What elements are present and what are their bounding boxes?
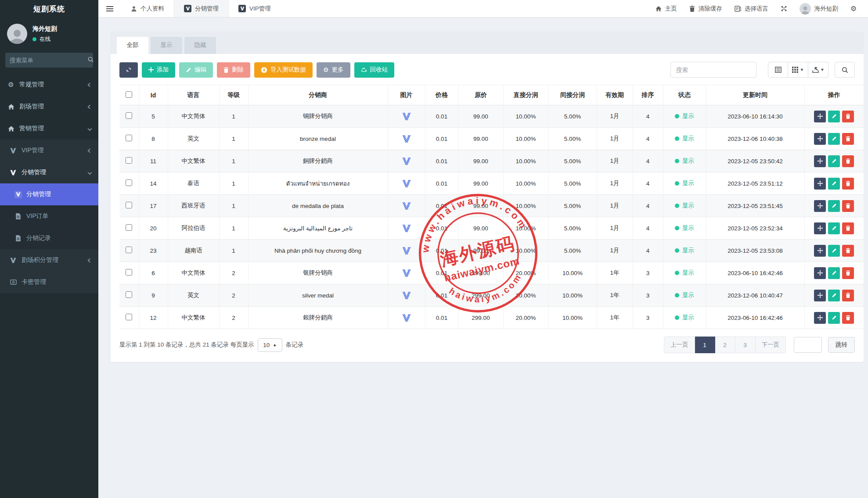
v-logo-image[interactable] [402, 112, 411, 121]
delete-row-button[interactable] [842, 111, 854, 122]
select-all-checkbox[interactable] [126, 91, 132, 98]
cell-direct-commission: 10.00% [503, 195, 548, 217]
sidebar-item-distribution-records[interactable]: 分销记录 [0, 227, 98, 249]
table-search-input[interactable] [670, 62, 756, 78]
edit-row-button[interactable] [828, 200, 840, 212]
row-checkbox[interactable] [126, 224, 132, 231]
v-logo-image[interactable] [402, 135, 411, 143]
delete-row-button[interactable] [842, 178, 854, 190]
navbar-user[interactable]: 海外短剧 [800, 3, 838, 14]
row-checkbox[interactable] [126, 135, 132, 141]
move-row-button[interactable] [814, 290, 826, 301]
v-logo-image[interactable] [402, 202, 411, 210]
page-button-2[interactable]: 2 [715, 337, 735, 353]
settings-button[interactable]: ⚙ [850, 4, 857, 13]
sidebar-item-card-keys[interactable]: 卡密管理 [0, 271, 98, 293]
edit-row-button[interactable] [828, 155, 840, 167]
sidebar-item-vip-manage[interactable]: VIP管理 [0, 140, 98, 161]
tab-vip[interactable]: VIP管理 [229, 0, 281, 17]
sidebar-item-distribution[interactable]: 分销管理 [0, 161, 98, 183]
move-row-button[interactable] [814, 222, 826, 234]
v-logo-image[interactable] [402, 224, 411, 233]
move-row-button[interactable] [814, 111, 826, 122]
import-test-data-button[interactable]: 导入测试数据 [254, 62, 313, 78]
edit-row-button[interactable] [828, 178, 840, 190]
delete-button[interactable]: 删除 [217, 62, 250, 78]
edit-button[interactable]: 编辑 [179, 62, 213, 78]
delete-row-button[interactable] [842, 267, 854, 279]
row-checkbox[interactable] [126, 291, 132, 298]
tab-distribution[interactable]: 分销管理 [174, 0, 229, 17]
sidebar-item-marketing[interactable]: 营销管理 [0, 118, 98, 140]
v-logo-image[interactable] [402, 291, 411, 300]
sidebar-item-vip-orders[interactable]: VIP订单 [0, 205, 98, 227]
sidebar-item-distribution-manage[interactable]: 分销管理 [0, 183, 98, 205]
add-button[interactable]: 添加 [142, 62, 175, 78]
edit-row-button[interactable] [828, 290, 840, 301]
delete-row-button[interactable] [842, 155, 854, 167]
move-row-button[interactable] [814, 133, 826, 145]
file-icon [13, 235, 23, 241]
v-logo-image[interactable] [402, 314, 411, 322]
page-size-select[interactable]: 10 ▲ [258, 338, 282, 352]
sidebar-search-input[interactable] [10, 57, 87, 64]
delete-row-button[interactable] [842, 312, 854, 324]
recycle-bin-button[interactable]: 回收站 [354, 62, 395, 78]
jump-button[interactable]: 跳转 [828, 337, 855, 353]
row-checkbox[interactable] [126, 157, 132, 164]
page-button-3[interactable]: 3 [735, 337, 756, 353]
filter-tab-all[interactable]: 全部 [117, 37, 148, 54]
columns-toggle-button[interactable]: ▼ [788, 62, 808, 78]
delete-row-button[interactable] [842, 290, 854, 301]
cell-original-price: 99.00 [458, 150, 503, 172]
next-page-button[interactable]: 下一页 [756, 337, 786, 353]
search-icon[interactable] [87, 56, 94, 64]
move-row-button[interactable] [814, 200, 826, 212]
move-row-button[interactable] [814, 178, 826, 190]
v-logo-image[interactable] [402, 157, 411, 165]
hamburger-menu-icon[interactable] [98, 0, 121, 17]
delete-row-button[interactable] [842, 133, 854, 145]
row-checkbox[interactable] [126, 247, 132, 253]
v-logo-image[interactable] [402, 179, 411, 188]
row-checkbox[interactable] [126, 179, 132, 186]
v-logo-image[interactable] [402, 269, 411, 277]
edit-row-button[interactable] [828, 312, 840, 324]
row-checkbox[interactable] [126, 269, 132, 276]
filter-tab-hidden[interactable]: 隐藏 [184, 37, 216, 54]
tab-profile[interactable]: 个人资料 [121, 0, 174, 17]
export-button[interactable]: ▼ [808, 62, 828, 78]
jump-page-input[interactable] [794, 337, 822, 353]
clear-cache-link[interactable]: 清除缓存 [689, 5, 722, 13]
move-row-button[interactable] [814, 312, 826, 324]
more-button[interactable]: ⚙ 更多 [317, 62, 350, 78]
detail-view-button[interactable] [768, 62, 788, 78]
move-row-button[interactable] [814, 267, 826, 279]
delete-row-button[interactable] [842, 245, 854, 257]
move-row-button[interactable] [814, 155, 826, 167]
select-language-link[interactable]: 选择语言 [735, 5, 768, 13]
refresh-button[interactable] [119, 62, 138, 78]
delete-row-button[interactable] [842, 200, 854, 212]
fullscreen-button[interactable] [781, 5, 787, 12]
move-row-button[interactable] [814, 245, 826, 257]
prev-page-button[interactable]: 上一页 [664, 337, 695, 353]
v-logo-image[interactable] [402, 247, 411, 255]
row-checkbox[interactable] [126, 112, 132, 119]
search-button[interactable] [835, 62, 855, 78]
view-button-group: ▼ ▼ [768, 62, 828, 78]
page-button-1[interactable]: 1 [695, 337, 715, 353]
sidebar-item-theater[interactable]: 剧场管理 [0, 96, 98, 118]
sidebar-item-general[interactable]: ⚙ 常规管理 [0, 74, 98, 96]
row-checkbox[interactable] [126, 314, 132, 320]
delete-row-button[interactable] [842, 222, 854, 234]
filter-tab-shown[interactable]: 显示 [151, 37, 182, 54]
edit-row-button[interactable] [828, 133, 840, 145]
edit-row-button[interactable] [828, 245, 840, 257]
edit-row-button[interactable] [828, 111, 840, 122]
home-link[interactable]: 主页 [656, 5, 677, 13]
sidebar-item-theater-points[interactable]: 剧场积分管理 [0, 249, 98, 271]
edit-row-button[interactable] [828, 267, 840, 279]
row-checkbox[interactable] [126, 202, 132, 208]
edit-row-button[interactable] [828, 222, 840, 234]
